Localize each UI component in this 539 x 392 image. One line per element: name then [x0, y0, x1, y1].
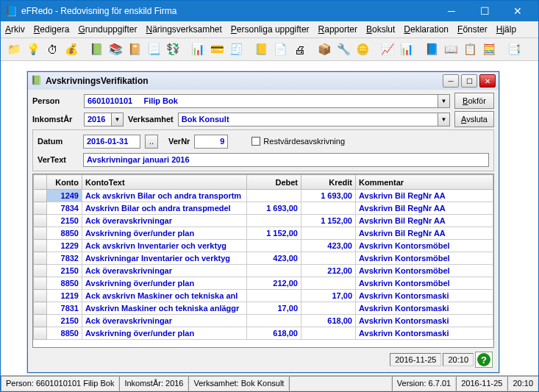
toolbar-button-21[interactable]: 📖 — [442, 40, 460, 58]
cell-text[interactable]: Avskrivn Bilar och andra transpmedel — [82, 202, 247, 215]
toolbar-button-24[interactable]: 📑 — [505, 40, 523, 58]
table-row[interactable]: 2150Ack överavskrivningar212,00Avskrivn … — [34, 265, 493, 277]
cell-komm[interactable]: Avskrivn Kontorsmöbel — [356, 277, 493, 290]
close-button[interactable]: ✕ — [501, 4, 534, 18]
cell-komm[interactable]: Avskrivn Bil RegNr AA — [356, 215, 493, 227]
datum-input[interactable] — [83, 135, 140, 149]
grid-header-kredit[interactable]: Kredit — [301, 175, 356, 190]
cell-konto[interactable]: 7834 — [47, 202, 82, 215]
toolbar-button-15[interactable]: 📦 — [315, 40, 333, 58]
cell-komm[interactable]: Avskrivn Kontorsmaski — [356, 327, 493, 340]
grid-header-debet[interactable]: Debet — [247, 175, 301, 190]
cell-debet[interactable]: 17,00 — [247, 302, 301, 315]
person-dropdown-button[interactable]: ▼ — [438, 94, 450, 108]
toolbar-button-7[interactable]: 📃 — [145, 40, 163, 58]
toolbar-button-19[interactable]: 📊 — [398, 40, 415, 58]
cell-text[interactable]: Ack avskrivn Bilar och andra transportm — [82, 190, 247, 202]
toolbar-button-14[interactable]: 🖨 — [290, 40, 308, 58]
menu-hjälp[interactable]: Hjälp — [496, 24, 516, 35]
cell-kredit[interactable] — [301, 227, 356, 240]
cell-konto[interactable]: 7831 — [47, 302, 82, 315]
toolbar-button-0[interactable]: 📁 — [5, 40, 23, 58]
vertext-input[interactable] — [83, 153, 489, 167]
toolbar-button-16[interactable]: 🔧 — [335, 40, 352, 58]
cell-kredit[interactable]: 423,00 — [301, 240, 356, 252]
cell-kredit[interactable]: 1 152,00 — [301, 215, 356, 227]
inkomstar-dropdown-button[interactable]: ▼ — [112, 113, 124, 126]
cell-kredit[interactable]: 618,00 — [301, 315, 356, 327]
table-row[interactable]: 8850Avskrivning över/under plan618,00Avs… — [34, 327, 493, 340]
cell-text[interactable]: Avskrivning över/under plan — [82, 327, 247, 340]
person-combo[interactable] — [84, 94, 438, 108]
menu-fönster[interactable]: Fönster — [457, 24, 488, 35]
cell-konto[interactable]: 7832 — [47, 252, 82, 265]
inkomstar-combo[interactable] — [84, 113, 112, 126]
table-row[interactable]: 8850Avskrivning över/under plan1 152,00A… — [34, 227, 493, 240]
bokfor-button[interactable]: BBokförokför — [454, 93, 494, 109]
cell-debet[interactable]: 423,00 — [247, 252, 301, 265]
cell-debet[interactable]: 1 152,00 — [247, 227, 301, 240]
table-row[interactable]: 1249Ack avskrivn Bilar och andra transpo… — [34, 190, 493, 202]
menu-näringsverksamhet[interactable]: Näringsverksamhet — [146, 24, 221, 35]
avsluta-button[interactable]: Avsluta — [454, 111, 494, 127]
menu-deklaration[interactable]: Deklaration — [404, 24, 449, 35]
toolbar-button-22[interactable]: 📋 — [461, 40, 479, 58]
cell-kredit[interactable] — [301, 252, 356, 265]
cell-komm[interactable]: Avskrivn Bil RegNr AA — [356, 227, 493, 240]
cell-konto[interactable]: 8850 — [47, 227, 82, 240]
verksamhet-combo[interactable] — [178, 113, 438, 126]
grid-header-kommentar[interactable]: Kommentar — [356, 175, 493, 190]
table-row[interactable]: 8850Avskrivning över/under plan212,00Avs… — [34, 277, 493, 290]
menu-redigera[interactable]: Redigera — [34, 24, 70, 35]
cell-text[interactable]: Avskrivning över/under plan — [82, 227, 247, 240]
toolbar-button-11[interactable]: 🧾 — [227, 40, 245, 58]
cell-konto[interactable]: 2150 — [47, 215, 82, 227]
menu-rapporter[interactable]: Rapporter — [318, 24, 357, 35]
cell-debet[interactable]: 212,00 — [247, 277, 301, 290]
menu-arkiv[interactable]: Arkiv — [5, 24, 25, 35]
table-row[interactable]: 2150Ack överavskrivningar618,00Avskrivn … — [34, 315, 493, 327]
cell-text[interactable]: Ack överavskrivningar — [82, 265, 247, 277]
toolbar-button-17[interactable]: 🪙 — [354, 40, 371, 58]
child-maximize-button[interactable]: ☐ — [461, 74, 477, 88]
cell-debet[interactable] — [247, 215, 301, 227]
toolbar-button-6[interactable]: 📔 — [126, 40, 143, 58]
toolbar-button-3[interactable]: 💰 — [63, 40, 80, 58]
menu-grunduppgifter[interactable]: Grunduppgifter — [78, 24, 137, 35]
toolbar-button-8[interactable]: 💱 — [164, 40, 182, 58]
cell-kredit[interactable] — [301, 327, 356, 340]
grid[interactable]: KontoKontoTextDebetKreditKommentar 1249A… — [32, 174, 494, 348]
toolbar-button-5[interactable]: 📚 — [107, 40, 124, 58]
cell-kredit[interactable]: 17,00 — [301, 290, 356, 302]
toolbar-button-4[interactable]: 📗 — [88, 40, 105, 58]
restvarde-checkbox[interactable]: Restvärdesavskrivning — [251, 137, 345, 146]
toolbar-button-12[interactable]: 📒 — [252, 40, 270, 58]
table-row[interactable]: 1229Ack avskrivn Inventarier och verktyg… — [34, 240, 493, 252]
cell-debet[interactable]: 618,00 — [247, 327, 301, 340]
child-minimize-button[interactable]: ─ — [443, 74, 459, 88]
cell-text[interactable]: Avskrivning över/under plan — [82, 277, 247, 290]
table-row[interactable]: 7832Avskrivningar Inventarier och verkty… — [34, 252, 493, 265]
cell-debet[interactable]: 1 693,00 — [247, 202, 301, 215]
help-button[interactable]: ? — [475, 352, 493, 368]
child-close-button[interactable]: ✕ — [479, 74, 496, 88]
toolbar-button-20[interactable]: 📘 — [423, 40, 440, 58]
cell-komm[interactable]: Avskrivn Kontorsmaski — [356, 315, 493, 327]
table-row[interactable]: 1219Ack avskrivn Maskiner och tekniska a… — [34, 290, 493, 302]
toolbar-button-1[interactable]: 💡 — [24, 40, 42, 58]
menu-bokslut[interactable]: Bokslut — [366, 24, 395, 35]
cell-text[interactable]: Ack avskrivn Maskiner och tekniska anl — [82, 290, 247, 302]
cell-kredit[interactable] — [301, 302, 356, 315]
toolbar-button-13[interactable]: 📄 — [271, 40, 289, 58]
cell-komm[interactable]: Avskrivn Kontorsmaski — [356, 302, 493, 315]
minimize-button[interactable]: ─ — [435, 4, 468, 18]
toolbar-button-18[interactable]: 📈 — [379, 40, 396, 58]
verksamhet-dropdown-button[interactable]: ▼ — [438, 113, 450, 126]
toolbar-button-9[interactable]: 📊 — [189, 40, 207, 58]
cell-kredit[interactable] — [301, 202, 356, 215]
toolbar-button-2[interactable]: ⏱ — [43, 40, 61, 58]
datum-picker-button[interactable]: .. — [145, 135, 158, 149]
cell-kredit[interactable]: 212,00 — [301, 265, 356, 277]
grid-header-kontotext[interactable]: KontoText — [82, 175, 247, 190]
toolbar-button-23[interactable]: 🧮 — [480, 40, 498, 58]
